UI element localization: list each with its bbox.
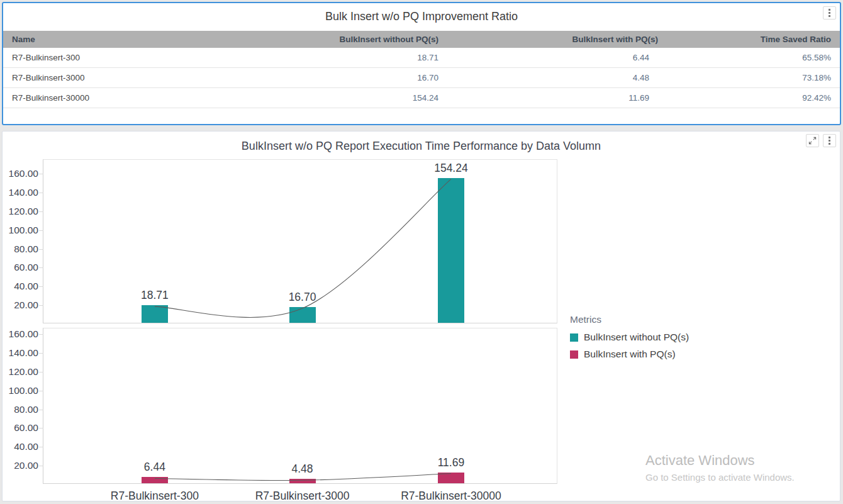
legend-label: BulkInsert without PQ(s): [584, 332, 689, 343]
y-axis-tick-mark: [39, 466, 43, 466]
y-axis-tick-mark: [39, 391, 43, 391]
cell-time-saved-ratio: 73.18%: [659, 73, 840, 82]
y-axis-tick-label: 120.00: [3, 206, 38, 217]
y-axis-tick-label: 140.00: [3, 187, 38, 198]
bar-value-label: 4.48: [265, 462, 340, 476]
cell-time-saved-ratio: 65.58%: [659, 53, 840, 62]
y-axis-tick-mark: [39, 447, 43, 447]
cell-without-pq: 154.24: [230, 93, 440, 103]
cell-with-pq: 6.44: [440, 53, 659, 62]
y-axis-tick-label: 80.00: [3, 404, 38, 415]
subchart-with-pq: 160.00140.00120.00100.0080.0060.0040.002…: [43, 328, 557, 484]
cell-without-pq: 16.70: [230, 73, 440, 82]
legend-item-with-pq[interactable]: BulkInsert with PQ(s): [570, 349, 689, 360]
column-header-name[interactable]: Name: [3, 35, 230, 44]
legend-swatch-teal: [570, 333, 578, 342]
y-axis-tick-mark: [39, 305, 43, 306]
y-axis-tick-mark: [39, 249, 43, 250]
y-axis-tick-mark: [39, 174, 43, 174]
bar-R7-Bulkinsert-3000[interactable]: [289, 307, 316, 323]
y-axis-tick-mark: [39, 353, 43, 354]
cell-name: R7-Bulkinsert-300: [3, 53, 230, 62]
y-axis-tick-mark: [39, 230, 43, 231]
legend-swatch-crimson: [570, 350, 578, 359]
legend-item-without-pq[interactable]: BulkInsert without PQ(s): [570, 332, 689, 343]
table-panel-menu-button[interactable]: [823, 6, 836, 20]
y-axis-tick-mark: [39, 428, 43, 428]
activate-windows-watermark: Activate Windows Go to Settings to activ…: [645, 452, 795, 483]
subchart-without-pq: 160.00140.00120.00100.0080.0060.0040.002…: [43, 159, 557, 323]
y-axis-tick-label: 80.00: [3, 244, 38, 255]
y-axis-tick-mark: [39, 211, 43, 212]
legend-title: Metrics: [570, 314, 689, 325]
bar-value-label: 16.70: [265, 291, 340, 304]
bar-R7-Bulkinsert-300[interactable]: [142, 477, 168, 483]
y-axis-tick-mark: [39, 286, 43, 287]
y-axis-tick-label: 120.00: [3, 366, 38, 378]
y-axis-tick-mark: [39, 372, 43, 372]
expand-icon: [808, 137, 817, 145]
vertical-dots-icon: [829, 9, 830, 17]
vertical-dots-icon: [829, 137, 830, 145]
x-axis-category-label: R7-Bulkinsert-30000: [376, 490, 527, 503]
column-header-time-saved-ratio[interactable]: Time Saved Ratio: [659, 35, 840, 44]
cell-without-pq: 18.71: [230, 53, 440, 62]
y-axis-tick-label: 60.00: [3, 422, 38, 434]
bar-value-label: 18.71: [117, 289, 193, 302]
bar-R7-Bulkinsert-30000[interactable]: [438, 473, 464, 484]
cell-time-saved-ratio: 92.42%: [659, 93, 840, 103]
chart-title: BulkInsert w/o PQ Report Execution Time …: [3, 132, 840, 153]
table-row: R7-Bulkinsert-300 18.71 6.44 65.58%: [3, 48, 840, 68]
bar-R7-Bulkinsert-30000[interactable]: [438, 178, 464, 323]
bar-value-label: 6.44: [117, 461, 193, 474]
table-panel-title: Bulk Insert w/o PQ Improvement Ratio: [3, 3, 840, 23]
y-axis-tick-label: 160.00: [3, 328, 38, 340]
watermark-line1: Activate Windows: [645, 452, 795, 469]
bar-R7-Bulkinsert-300[interactable]: [142, 305, 168, 323]
y-axis-tick-label: 40.00: [3, 441, 38, 452]
cell-with-pq: 11.69: [440, 93, 659, 103]
table-row: R7-Bulkinsert-3000 16.70 4.48 73.18%: [3, 68, 840, 88]
y-axis-tick-label: 140.00: [3, 347, 38, 359]
y-axis-tick-label: 40.00: [3, 281, 38, 292]
chart-expand-button[interactable]: [806, 134, 819, 147]
y-axis-tick-label: 160.00: [3, 168, 38, 179]
table-row: R7-Bulkinsert-30000 154.24 11.69 92.42%: [3, 88, 840, 108]
bar-value-label: 154.24: [413, 162, 489, 175]
chart-menu-button[interactable]: [823, 134, 836, 147]
watermark-line2: Go to Settings to activate Windows.: [645, 472, 795, 483]
y-axis-tick-label: 100.00: [3, 385, 38, 396]
table-panel: Bulk Insert w/o PQ Improvement Ratio Nam…: [2, 2, 841, 125]
y-axis-tick-mark: [39, 267, 43, 268]
x-axis-category-label: R7-Bulkinsert-3000: [227, 490, 378, 503]
chart-panel: BulkInsert w/o PQ Report Execution Time …: [2, 131, 840, 501]
table-header-row: Name BulkInsert without PQ(s) BulkInsert…: [3, 31, 840, 48]
y-axis-tick-mark: [39, 193, 43, 193]
chart-legend: Metrics BulkInsert without PQ(s) BulkIns…: [570, 314, 689, 366]
column-header-without-pq[interactable]: BulkInsert without PQ(s): [230, 35, 440, 44]
cell-name: R7-Bulkinsert-3000: [3, 73, 230, 82]
y-axis-tick-label: 20.00: [3, 300, 38, 311]
cell-name: R7-Bulkinsert-30000: [3, 93, 230, 103]
column-header-with-pq[interactable]: BulkInsert with PQ(s): [440, 35, 659, 44]
y-axis-tick-mark: [39, 334, 43, 335]
y-axis-tick-mark: [39, 410, 43, 410]
y-axis-tick-label: 100.00: [3, 225, 38, 236]
bar-R7-Bulkinsert-3000[interactable]: [289, 479, 316, 483]
bar-value-label: 11.69: [413, 456, 489, 469]
x-axis-category-label: R7-Bulkinsert-300: [79, 490, 230, 503]
y-axis-tick-label: 60.00: [3, 262, 38, 273]
cell-with-pq: 4.48: [440, 73, 659, 82]
legend-label: BulkInsert with PQ(s): [584, 349, 676, 360]
y-axis-tick-label: 20.00: [3, 460, 38, 471]
